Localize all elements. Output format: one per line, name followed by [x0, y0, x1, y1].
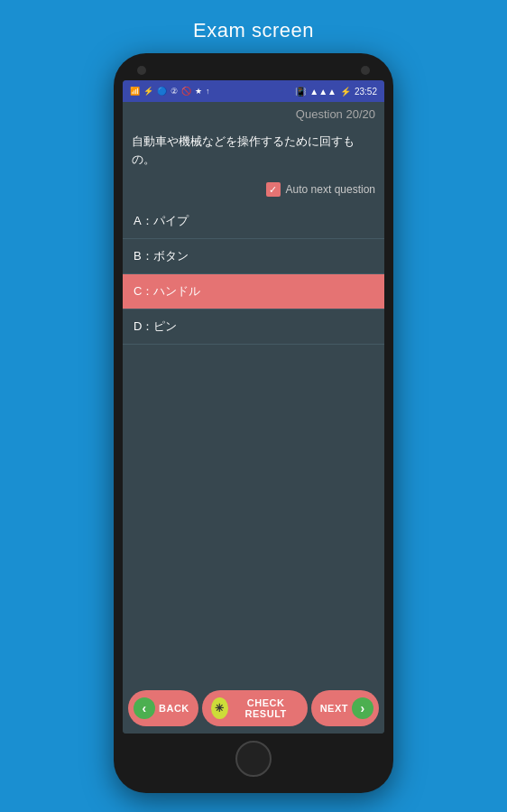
next-button[interactable]: NEXT ›	[311, 690, 379, 726]
back-arrow-icon: ‹	[134, 697, 155, 719]
status-bar: 📶 ⚡ 🔵 ② 🚫 ★ ↑ 📳 ▲▲▲ ⚡ 23:52	[123, 80, 384, 102]
usb-icon: ⚡	[143, 87, 153, 96]
phone-frame: 📶 ⚡ 🔵 ② 🚫 ★ ↑ 📳 ▲▲▲ ⚡ 23:52 Question 20/…	[114, 53, 393, 793]
answer-options: A：パイプ B：ボタン C：ハンドル D：ピン	[123, 204, 384, 345]
next-arrow-icon: ›	[352, 697, 373, 719]
phone-speaker	[361, 66, 370, 75]
charging-icon: ⚡	[340, 87, 351, 97]
check-result-icon: ✳	[211, 697, 228, 719]
wifi-icon: 📶	[130, 87, 140, 96]
auto-next-label: Auto next question	[286, 183, 375, 196]
check-result-label: CHECK RESULT	[234, 697, 299, 719]
clock-display: 23:52	[355, 87, 377, 97]
back-button[interactable]: ‹ BACK	[128, 690, 198, 726]
answer-option-d[interactable]: D：ピン	[123, 309, 384, 345]
phone-camera	[137, 66, 146, 75]
back-label: BACK	[159, 703, 189, 714]
question-counter: Question 20/20	[296, 107, 375, 121]
question-text: 自動車や機械などを操作するために回すもの。	[123, 125, 384, 179]
page-title: Exam screen	[193, 19, 314, 42]
block-icon: 🚫	[181, 87, 191, 96]
home-button[interactable]	[235, 741, 272, 777]
status-bar-right: 📳 ▲▲▲ ⚡ 23:52	[295, 87, 377, 97]
page-title-container: Exam screen	[193, 19, 314, 53]
answer-option-b[interactable]: B：ボタン	[123, 239, 384, 274]
sim-icon: 🔵	[157, 87, 167, 96]
phone-screen: 📶 ⚡ 🔵 ② 🚫 ★ ↑ 📳 ▲▲▲ ⚡ 23:52 Question 20/…	[123, 80, 384, 734]
star-icon: ★	[195, 87, 202, 96]
auto-next-row[interactable]: ✓ Auto next question	[123, 179, 384, 204]
check-result-button[interactable]: ✳ CHECK RESULT	[202, 690, 308, 726]
question-header: Question 20/20	[123, 102, 384, 125]
answer-option-c[interactable]: C：ハンドル	[123, 274, 384, 309]
next-label: NEXT	[320, 703, 348, 714]
vibrate-icon: 📳	[295, 87, 306, 97]
network-icon: ②	[171, 87, 178, 96]
answer-option-a[interactable]: A：パイプ	[123, 204, 384, 239]
status-bar-left: 📶 ⚡ 🔵 ② 🚫 ★ ↑	[130, 87, 210, 96]
phone-top-bar	[123, 66, 384, 75]
bottom-nav: ‹ BACK ✳ CHECK RESULT NEXT ›	[123, 683, 384, 734]
content-spacer	[123, 345, 384, 683]
auto-next-checkbox[interactable]: ✓	[266, 182, 281, 197]
signal-bars-icon: ▲▲▲	[309, 87, 336, 97]
upload-icon: ↑	[206, 87, 210, 96]
